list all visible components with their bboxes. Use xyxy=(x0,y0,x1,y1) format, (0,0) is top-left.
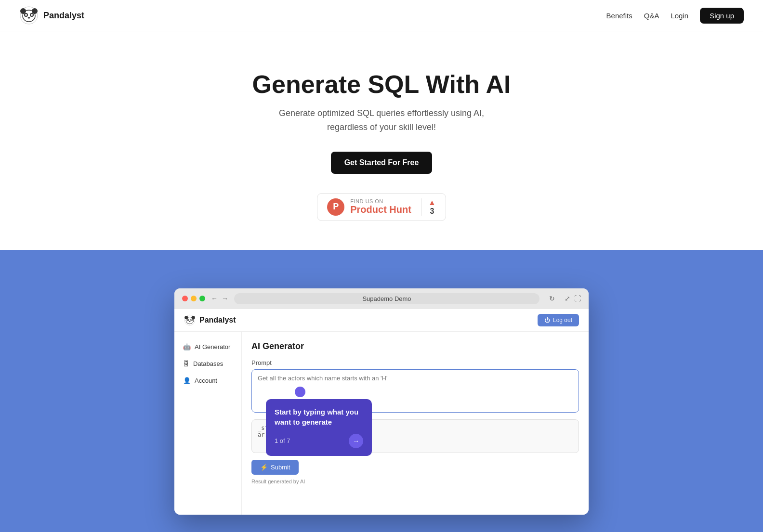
nav-link-qa[interactable]: Q&A xyxy=(644,12,659,20)
product-hunt-find-label: FIND US ON xyxy=(350,198,383,204)
submit-button[interactable]: ⚡ Submit xyxy=(251,460,299,475)
app-header: Pandalyst ⏻ Log out xyxy=(174,309,589,332)
product-hunt-votes: ▲ 3 xyxy=(421,198,436,216)
app-sidebar: 🤖 AI Generator 🗄 Databases 👤 Account xyxy=(174,332,242,515)
svg-point-15 xyxy=(187,319,188,320)
signup-button[interactable]: Sign up xyxy=(700,8,744,24)
upvote-arrow-icon: ▲ xyxy=(428,198,436,207)
browser-dot-green xyxy=(199,296,205,301)
hero-title: Generate SQL With AI xyxy=(252,70,511,99)
svg-point-3 xyxy=(32,8,38,14)
product-hunt-logo: P xyxy=(327,198,344,216)
tooltip-box: Start by typing what you want to generat… xyxy=(266,399,372,456)
cursor-indicator xyxy=(295,387,305,397)
svg-point-8 xyxy=(28,17,30,19)
svg-point-11 xyxy=(184,316,188,319)
tooltip-footer: 1 of 7 → xyxy=(275,434,363,448)
power-icon: ⏻ xyxy=(544,317,550,324)
browser-reload-icon[interactable]: ↻ xyxy=(549,295,555,302)
browser-dot-yellow xyxy=(191,296,197,301)
app-logo: Pandalyst xyxy=(184,314,236,326)
demo-section: ← → Supademo Demo ↻ ⤢ ⛶ xyxy=(0,250,763,532)
app-panda-icon xyxy=(184,314,196,326)
panda-icon xyxy=(19,6,39,25)
browser-dots xyxy=(182,296,205,301)
browser-nav-buttons: ← → xyxy=(211,295,228,302)
browser-dot-red xyxy=(182,296,188,301)
browser-expand-icon[interactable]: ⛶ xyxy=(574,295,581,302)
sidebar-item-databases[interactable]: 🗄 Databases xyxy=(178,356,237,371)
navbar: Pandalyst Benefits Q&A Login Sign up xyxy=(0,0,763,31)
svg-point-17 xyxy=(189,321,191,322)
browser-action-icons: ⤢ ⛶ xyxy=(565,295,581,302)
tooltip-text: Start by typing what you want to generat… xyxy=(275,407,363,427)
prompt-label: Prompt xyxy=(251,359,579,366)
get-started-button[interactable]: Get Started For Free xyxy=(331,152,433,174)
nav-link-benefits[interactable]: Benefits xyxy=(606,12,632,20)
sidebar-item-account[interactable]: 👤 Account xyxy=(178,373,237,388)
svg-point-6 xyxy=(25,14,27,16)
browser-window: ← → Supademo Demo ↻ ⤢ ⛶ xyxy=(174,288,589,515)
svg-point-12 xyxy=(192,316,195,319)
ai-generator-icon: 🤖 xyxy=(183,343,191,350)
tooltip-next-button[interactable]: → xyxy=(349,434,363,448)
nav-logo-label: Pandalyst xyxy=(43,11,84,21)
nav-logo[interactable]: Pandalyst xyxy=(19,6,84,25)
ai-generator-title: AI Generator xyxy=(251,341,579,351)
account-icon: 👤 xyxy=(183,377,191,384)
svg-point-16 xyxy=(191,319,192,320)
hero-subtitle: Generate optimized SQL queries effortles… xyxy=(279,106,484,134)
svg-point-2 xyxy=(20,8,26,14)
browser-external-icon[interactable]: ⤢ xyxy=(565,295,570,302)
tooltip-page-indicator: 1 of 7 xyxy=(275,437,290,444)
databases-icon: 🗄 xyxy=(183,360,189,367)
tooltip-container: Start by typing what you want to generat… xyxy=(266,399,372,456)
svg-point-7 xyxy=(31,14,33,16)
app-inside: Pandalyst ⏻ Log out 🤖 AI Generator 🗄 xyxy=(174,309,589,515)
sidebar-item-ai-generator[interactable]: 🤖 AI Generator xyxy=(178,339,237,354)
browser-back-button[interactable]: ← xyxy=(211,295,218,302)
logout-button[interactable]: ⏻ Log out xyxy=(538,314,579,326)
product-hunt-badge[interactable]: P FIND US ON Product Hunt ▲ 3 xyxy=(317,193,446,221)
app-body: 🤖 AI Generator 🗄 Databases 👤 Account AI … xyxy=(174,332,589,515)
vote-count: 3 xyxy=(430,207,434,216)
app-main-content: AI Generator Prompt _st_update); ar); ⚡ … xyxy=(242,332,589,515)
app-logo-text: Pandalyst xyxy=(199,316,236,324)
product-hunt-text: FIND US ON Product Hunt xyxy=(350,198,411,215)
product-hunt-name: Product Hunt xyxy=(350,204,411,215)
result-generated-label: Result generated by AI xyxy=(251,479,579,484)
browser-url-bar[interactable]: Supademo Demo xyxy=(234,293,539,304)
nav-link-login[interactable]: Login xyxy=(671,12,688,20)
hero-section: Generate SQL With AI Generate optimized … xyxy=(0,31,763,250)
lightning-icon: ⚡ xyxy=(260,464,268,471)
browser-bar: ← → Supademo Demo ↻ ⤢ ⛶ xyxy=(174,288,589,309)
nav-links: Benefits Q&A Login Sign up xyxy=(606,8,744,24)
browser-forward-button[interactable]: → xyxy=(222,295,228,302)
